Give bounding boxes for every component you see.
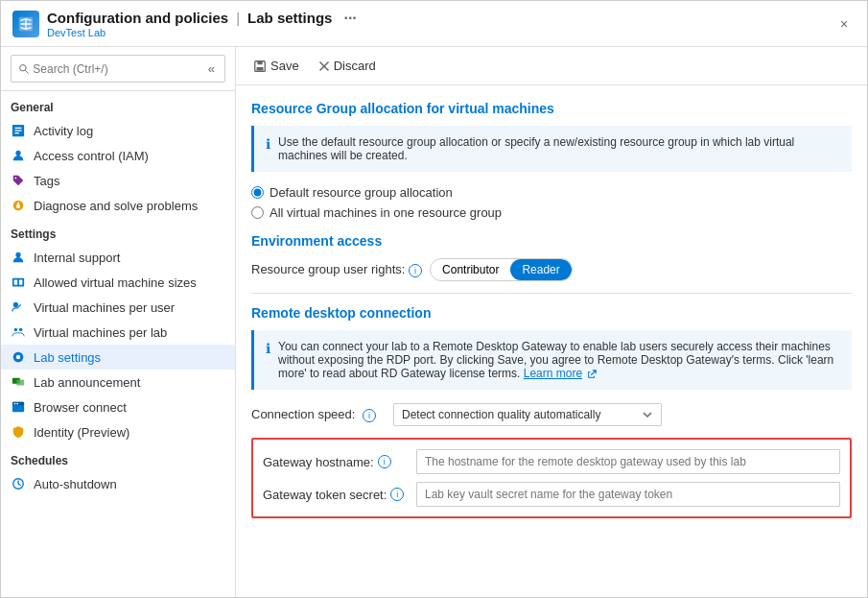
save-button[interactable]: Save <box>251 55 301 77</box>
gateway-token-info-icon[interactable]: i <box>390 488 404 501</box>
remote-info-icon: ℹ <box>266 341 270 356</box>
internal-support-icon <box>11 250 26 265</box>
resource-group-info: ℹ Use the default resource group allocat… <box>251 126 852 172</box>
discard-button[interactable]: Discard <box>317 55 378 77</box>
radio-all-vms-input[interactable] <box>251 206 264 219</box>
lab-settings-icon <box>11 349 26 365</box>
sidebar-item-diagnose[interactable]: Diagnose and solve problems <box>1 193 235 218</box>
sidebar: « General Activity log Access control (I <box>1 47 236 597</box>
save-icon <box>253 60 267 73</box>
svg-point-15 <box>13 302 18 307</box>
sidebar-scroll: General Activity log Access control (IAM… <box>1 91 235 597</box>
svg-point-24 <box>14 403 16 405</box>
rights-info-icon[interactable]: i <box>409 264 422 277</box>
remote-info-text: You can connect your lab to a Remote Des… <box>278 340 840 380</box>
svg-rect-21 <box>16 379 24 385</box>
remote-desktop-info: ℹ You can connect your lab to a Remote D… <box>251 330 852 390</box>
svg-rect-14 <box>19 279 23 284</box>
browser-connect-icon <box>11 399 26 415</box>
radio-default-label: Default resource group allocation <box>270 185 453 200</box>
svg-point-11 <box>15 252 20 257</box>
main-window: Configuration and policies | Lab setting… <box>0 0 868 598</box>
radio-group-resource: Default resource group allocation All vi… <box>251 185 852 220</box>
title-main: Configuration and policies | Lab setting… <box>47 10 357 27</box>
info-icon: ℹ <box>266 136 270 152</box>
gateway-section: Gateway hostname: i Gateway token secret… <box>251 438 852 518</box>
title-bar: Configuration and policies | Lab setting… <box>1 1 867 47</box>
connection-speed-info-icon[interactable]: i <box>363 409 376 422</box>
sidebar-section-schedules: Schedules <box>1 444 235 471</box>
toggle-contributor[interactable]: Contributor <box>431 259 510 280</box>
close-button[interactable]: × <box>833 12 856 36</box>
sidebar-label-access-control: Access control (IAM) <box>34 149 149 163</box>
sidebar-item-lab-settings[interactable]: Lab settings <box>1 345 235 370</box>
resource-group-rights-row: Resource group user rights: i Contributo… <box>251 258 852 281</box>
title-text-group: Configuration and policies | Lab setting… <box>47 10 357 38</box>
section-divider <box>251 293 852 294</box>
page-title: Configuration and policies <box>47 10 228 26</box>
radio-default-input[interactable] <box>251 186 264 199</box>
radio-default-allocation[interactable]: Default resource group allocation <box>251 185 852 200</box>
gateway-hostname-info-icon[interactable]: i <box>378 455 391 468</box>
gateway-token-input[interactable] <box>416 482 840 507</box>
activity-log-icon <box>11 123 26 138</box>
svg-line-28 <box>18 484 21 486</box>
search-area: « <box>1 47 235 91</box>
identity-icon <box>11 424 26 440</box>
svg-rect-30 <box>257 60 262 64</box>
sidebar-item-tags[interactable]: Tags <box>1 168 235 193</box>
svg-rect-10 <box>17 203 19 204</box>
gateway-token-label: Gateway token secret: i <box>263 488 407 502</box>
gateway-hostname-input[interactable] <box>416 449 840 474</box>
title-separator: | <box>236 10 240 26</box>
search-wrap[interactable]: « <box>11 55 225 83</box>
sidebar-item-vm-sizes[interactable]: Allowed virtual machine sizes <box>1 270 235 295</box>
learn-more-link[interactable]: Learn more <box>524 367 582 380</box>
svg-rect-31 <box>257 66 264 70</box>
remote-desktop-title: Remote desktop connection <box>251 305 852 321</box>
sidebar-item-vms-per-user[interactable]: Virtual machines per user <box>1 295 235 320</box>
sidebar-label-vms-per-lab: Virtual machines per lab <box>34 325 167 340</box>
toolbar: Save Discard <box>236 47 867 85</box>
resource-group-title: Resource Group allocation for virtual ma… <box>251 101 852 116</box>
more-options-icon[interactable]: ··· <box>343 10 356 27</box>
connection-speed-dropdown[interactable]: Detect connection quality automatically <box>393 403 662 426</box>
external-link-icon <box>587 370 597 379</box>
page-subtitle: Lab settings <box>247 10 332 26</box>
sidebar-label-browser-connect: Browser connect <box>34 400 127 415</box>
sidebar-label-lab-settings: Lab settings <box>34 350 101 365</box>
svg-point-16 <box>14 328 18 332</box>
sidebar-item-vms-per-lab[interactable]: Virtual machines per lab <box>1 320 235 345</box>
access-control-icon <box>11 148 26 163</box>
vms-per-user-icon <box>11 299 26 315</box>
sidebar-item-lab-announcement[interactable]: Lab announcement <box>1 370 235 395</box>
dropdown-chevron-icon <box>642 409 653 420</box>
sidebar-item-browser-connect[interactable]: Browser connect <box>1 395 235 419</box>
svg-rect-13 <box>14 279 18 284</box>
svg-point-19 <box>16 355 20 359</box>
main-layout: « General Activity log Access control (I <box>1 47 867 597</box>
auto-shutdown-icon <box>11 476 26 491</box>
collapse-sidebar-button[interactable]: « <box>206 60 217 78</box>
svg-point-7 <box>15 151 20 155</box>
sidebar-label-diagnose: Diagnose and solve problems <box>34 199 198 213</box>
sidebar-label-identity: Identity (Preview) <box>34 425 129 440</box>
page-content: Resource Group allocation for virtual ma… <box>236 85 867 597</box>
sidebar-item-auto-shutdown[interactable]: Auto-shutdown <box>1 471 235 496</box>
sidebar-item-activity-log[interactable]: Activity log <box>1 118 235 143</box>
gateway-hostname-label: Gateway hostname: i <box>263 455 407 469</box>
sidebar-item-access-control[interactable]: Access control (IAM) <box>1 143 235 168</box>
search-input[interactable] <box>33 62 201 76</box>
svg-point-8 <box>15 178 17 179</box>
sidebar-item-internal-support[interactable]: Internal support <box>1 245 235 270</box>
svg-point-17 <box>19 328 23 332</box>
radio-all-vms[interactable]: All virtual machines in one resource gro… <box>251 205 852 220</box>
toggle-reader[interactable]: Reader <box>510 259 571 280</box>
diagnose-icon <box>11 198 26 213</box>
sidebar-label-activity-log: Activity log <box>34 124 93 138</box>
sidebar-label-vm-sizes: Allowed virtual machine sizes <box>34 275 197 290</box>
tags-icon <box>11 173 26 188</box>
sidebar-item-identity[interactable]: Identity (Preview) <box>1 419 235 444</box>
sidebar-section-general: General <box>1 91 235 118</box>
connection-speed-value: Detect connection quality automatically <box>402 408 600 421</box>
